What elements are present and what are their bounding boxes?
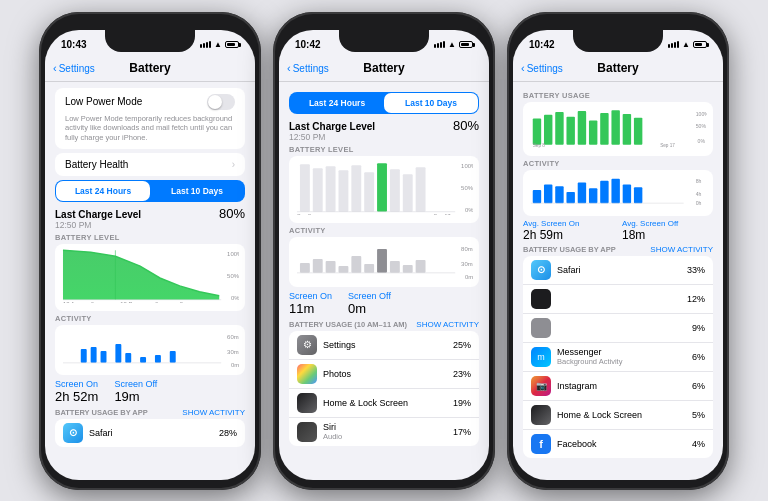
avg-screen-off-3: Avg. Screen Off 18m — [622, 219, 713, 242]
list-item: ⊙ Safari 33% — [523, 256, 713, 285]
list-item: Home & Lock Screen 19% — [289, 389, 479, 418]
signal-icon-3 — [668, 41, 679, 48]
svg-rect-77 — [589, 188, 597, 203]
segment-24h-1[interactable]: Last 24 Hours — [56, 181, 150, 201]
svg-rect-47 — [351, 256, 361, 273]
usage-header-1: BATTERY USAGE BY APP SHOW ACTIVITY — [55, 408, 245, 417]
svg-rect-34 — [390, 169, 400, 212]
svg-rect-75 — [566, 191, 574, 202]
low-power-toggle[interactable] — [207, 94, 235, 110]
activity-label-2: ACTIVITY — [289, 226, 479, 235]
time-3: 10:42 — [529, 39, 555, 50]
nav-bar-2: ‹ Settings Battery — [279, 56, 489, 82]
notch-2 — [339, 30, 429, 52]
activity-chart-3: 8h 4h 0h — [523, 170, 713, 216]
back-button-2[interactable]: ‹ Settings — [287, 62, 329, 74]
avg-stats-3: Avg. Screen On 2h 59m Avg. Screen Off 18… — [523, 219, 713, 242]
gray-icon-3 — [531, 318, 551, 338]
battery-health-row[interactable]: Battery Health › — [55, 153, 245, 176]
status-icons-1: ▲ — [200, 40, 239, 49]
battery-icon-3 — [693, 41, 707, 48]
segment-control-2[interactable]: Last 24 Hours Last 10 Days — [289, 92, 479, 114]
svg-text:100%: 100% — [461, 163, 473, 169]
battery-usage-chart-3: 100% 50% 0% Sep 8 — [523, 102, 713, 156]
svg-rect-28 — [313, 168, 323, 212]
svg-rect-32 — [364, 172, 374, 212]
svg-rect-59 — [555, 112, 563, 145]
low-power-desc: Low Power Mode temporarily reduces backg… — [65, 114, 235, 143]
wifi-icon-1: ▲ — [214, 40, 222, 49]
content-3: BATTERY USAGE 100% 50% 0% — [513, 82, 723, 480]
safari-icon-3: ⊙ — [531, 260, 551, 280]
list-item: ⚙ Settings 25% — [289, 331, 479, 360]
svg-text:50%: 50% — [696, 122, 707, 128]
svg-text:50%: 50% — [461, 184, 473, 190]
settings-icon: ⚙ — [297, 335, 317, 355]
svg-text:100%: 100% — [696, 110, 707, 116]
homelock-icon-3 — [531, 405, 551, 425]
nav-title-2: Battery — [363, 61, 404, 75]
svg-rect-27 — [300, 164, 310, 211]
segment-10d-2[interactable]: Last 10 Days — [384, 93, 478, 113]
svg-rect-62 — [589, 120, 597, 144]
app-list-2: ⚙ Settings 25% Photos 23% — [289, 331, 479, 446]
svg-text:6: 6 — [91, 300, 95, 302]
wifi-icon-2: ▲ — [448, 40, 456, 49]
safari-icon: ⊙ — [63, 423, 83, 443]
avg-screen-on-3: Avg. Screen On 2h 59m — [523, 219, 614, 242]
screen-on-1: Screen On 2h 52m — [55, 379, 98, 404]
list-item: 📷 Instagram 6% — [523, 372, 713, 401]
svg-rect-31 — [351, 165, 361, 211]
svg-rect-30 — [339, 170, 349, 212]
list-item: ⊙ Safari 28% — [55, 419, 245, 447]
signal-icon-2 — [434, 41, 445, 48]
chevron-icon-1: › — [232, 159, 235, 170]
nav-bar-1: ‹ Settings Battery — [45, 56, 255, 82]
dark-icon-3 — [531, 289, 551, 309]
svg-rect-35 — [403, 174, 413, 212]
segment-10d-1[interactable]: Last 10 Days — [150, 181, 244, 201]
nav-title-3: Battery — [597, 61, 638, 75]
segment-24h-2[interactable]: Last 24 Hours — [290, 93, 384, 113]
svg-marker-3 — [63, 250, 219, 299]
messenger-icon-3: m — [531, 347, 551, 367]
usage-header-3: BATTERY USAGE BY APP SHOW ACTIVITY — [523, 245, 713, 254]
battery-level-label-2: BATTERY LEVEL — [289, 145, 479, 154]
svg-text:9: 9 — [180, 300, 184, 302]
content-1: Low Power Mode Low Power Mode temporaril… — [45, 82, 255, 480]
notch-1 — [105, 30, 195, 52]
show-activity-3[interactable]: SHOW ACTIVITY — [650, 245, 713, 254]
nav-title-1: Battery — [129, 61, 170, 75]
svg-text:6: 6 — [155, 300, 159, 302]
svg-rect-76 — [578, 182, 586, 203]
svg-rect-15 — [81, 349, 87, 363]
show-activity-1[interactable]: SHOW ACTIVITY — [182, 408, 245, 417]
svg-rect-73 — [544, 184, 552, 203]
svg-text:0m: 0m — [231, 362, 239, 367]
svg-rect-20 — [140, 357, 146, 363]
svg-rect-79 — [611, 178, 619, 202]
screen-stats-1: Screen On 2h 52m Screen Off 19m — [55, 379, 245, 404]
nav-bar-3: ‹ Settings Battery — [513, 56, 723, 82]
phones-container: 10:43 ▲ ‹ Settings — [29, 2, 739, 500]
svg-text:12 A: 12 A — [63, 300, 75, 302]
list-item: m Messenger Background Activity 6% — [523, 343, 713, 372]
svg-text:4h: 4h — [696, 190, 702, 196]
show-activity-2[interactable]: SHOW ACTIVITY — [416, 320, 479, 329]
segment-control-1[interactable]: Last 24 Hours Last 10 Days — [55, 180, 245, 202]
svg-rect-72 — [533, 190, 541, 203]
back-button-1[interactable]: ‹ Settings — [53, 62, 95, 74]
screen-stats-2: Screen On 11m Screen Off 0m — [289, 291, 479, 316]
svg-rect-18 — [115, 344, 121, 363]
svg-rect-16 — [91, 347, 97, 363]
last-charge-2: Last Charge Level 12:50 PM 80% — [289, 118, 479, 142]
battery-usage-chart-label: BATTERY USAGE — [523, 91, 713, 100]
svg-rect-49 — [377, 249, 387, 273]
svg-rect-64 — [611, 110, 619, 145]
svg-text:0%: 0% — [231, 294, 239, 300]
battery-health-label: Battery Health — [65, 159, 128, 170]
screen-off-1: Screen Off 19m — [114, 379, 157, 404]
svg-rect-45 — [326, 260, 336, 272]
back-button-3[interactable]: ‹ Settings — [521, 62, 563, 74]
app-list-3: ⊙ Safari 33% 12% — [523, 256, 713, 458]
